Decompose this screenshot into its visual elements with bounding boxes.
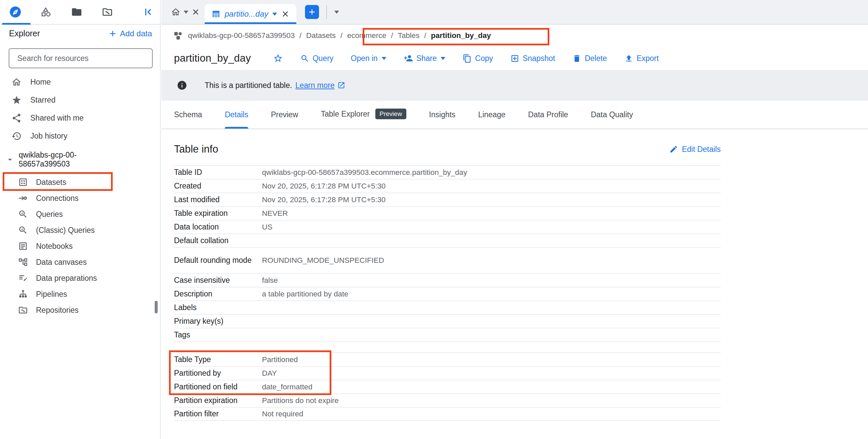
sidebar-item-label: Data preparations [36,274,97,283]
table-row: Tags [174,328,721,341]
table-row: Partitioned byDAY [174,366,721,380]
table-view-tabs: Schema Details Preview Table Explorer Pr… [161,101,868,129]
share-button[interactable]: Share [404,54,445,63]
tab-details[interactable]: Details [225,110,248,129]
chevron-down-icon[interactable] [184,11,188,14]
edit-details-button[interactable]: Edit Details [669,145,721,154]
share-icon [13,113,20,122]
sidebar-item-notebooks[interactable]: Notebooks [0,238,160,254]
query-label: Query [313,54,334,63]
row-label: Default collation [174,235,262,247]
row-value: Partitions do not expire [262,396,339,405]
sidebar-item-classic-queries[interactable]: (Classic) Queries [0,222,160,238]
breadcrumb-tables[interactable]: Tables [398,31,419,40]
sidebar-item-job-history[interactable]: Job history [0,127,160,145]
table-row: CreatedNov 20, 2025, 6:17:28 PM UTC+5:30 [174,179,721,193]
breadcrumb-datasets[interactable]: Datasets [306,31,336,40]
new-tab-button[interactable] [305,5,319,19]
tab-insights[interactable]: Insights [429,110,455,129]
row-value: Not required [262,410,303,418]
tab-lineage[interactable]: Lineage [478,110,505,129]
breadcrumb-separator: / [299,31,301,40]
snapshot-label: Snapshot [523,54,555,63]
sidebar-item-pipelines[interactable]: Pipelines [0,286,160,302]
query-button[interactable]: Query [300,54,334,63]
learn-more-link[interactable]: Learn more [295,81,335,90]
sidebar-item-label: Connections [36,194,79,203]
tab-table-explorer[interactable]: Table Explorer Preview [321,109,407,129]
sidebar-scrollbar-thumb[interactable] [155,301,158,313]
table-row: Partitioned on fielddate_formatted [174,380,721,393]
open-in-button[interactable]: Open in [351,54,386,63]
analysis-hub-icon [42,8,50,16]
person-add-icon [404,55,413,62]
repositories-icon [19,307,27,313]
main-panel: partitio...day qwiklabs-gcp-00-58657a399… [161,0,868,439]
add-data-label: Add data [120,29,152,38]
add-data-button[interactable]: Add data [108,29,152,38]
star-outline-icon [274,54,282,62]
sidebar-item-connections[interactable]: Connections [0,190,160,206]
tab-schema[interactable]: Schema [174,110,202,129]
tab-overflow-menu-button[interactable] [334,11,339,14]
tab-folders[interactable] [61,0,92,24]
table-row: Table expirationNEVER [174,206,721,220]
tab-analysis-hub[interactable] [31,0,61,24]
breadcrumb-separator: / [391,31,393,40]
tab-preview[interactable]: Preview [271,110,298,129]
delete-button[interactable]: Delete [572,54,607,63]
table-row: Partition filterNot required [174,407,721,421]
collapse-panel-button[interactable] [136,0,160,24]
sidebar-item-starred[interactable]: Starred [0,91,160,109]
row-label: Case insensitive [174,274,262,287]
sidebar-item-data-preparations[interactable]: Data preparations [0,270,160,286]
close-doc-tab-button[interactable] [281,10,290,18]
breadcrumb-ecommerce[interactable]: ecommerce [347,31,387,40]
sidebar-item-repositories[interactable]: Repositories [0,302,160,318]
copy-icon [464,54,471,63]
breadcrumb: qwiklabs-gcp-00-58657a399503 / Datasets … [161,25,868,47]
row-label: Partition expiration [174,394,262,407]
chevron-down-icon[interactable] [272,13,277,16]
row-value: DAY [262,369,277,378]
row-label: Partition filter [174,408,262,420]
sidebar-item-data-canvases[interactable]: Data canvases [0,254,160,270]
copy-button[interactable]: Copy [463,54,493,63]
edit-details-label: Edit Details [682,145,721,154]
tab-repositories[interactable] [92,0,123,24]
sidebar-item-label: Datasets [36,178,66,187]
search-input[interactable] [17,54,144,63]
table-info-heading: Table info [174,143,218,155]
close-home-tab-button[interactable] [191,8,200,16]
doc-tab-partition-by-day[interactable]: partitio...day [205,4,296,24]
folder-icon [72,8,81,16]
export-button[interactable]: Export [624,54,659,63]
sidebar-item-queries[interactable]: Queries [0,206,160,222]
data-canvas-icon [19,259,27,266]
sidebar-icon-bar [0,0,160,25]
star-button[interactable] [273,53,283,63]
active-tab-underline [2,23,31,25]
project-icon [174,32,182,40]
sidebar-item-shared-with-me[interactable]: Shared with me [0,109,160,127]
home-doc-tab[interactable] [166,0,205,24]
project-name-line2: 58657a399503 [19,160,77,169]
partitioned-table-banner: This is a partitioned table. Learn more [161,70,868,101]
sidebar-project-qwiklabs[interactable]: qwiklabs-gcp-00- 58657a399503 [0,145,160,174]
row-value: Partitioned [262,356,298,364]
queries-icon [19,210,27,218]
sidebar-item-datasets[interactable]: Datasets [0,174,160,190]
explorer-title: Explorer [9,29,40,38]
row-label: Table ID [174,166,262,179]
tab-explorer[interactable] [0,0,31,24]
doc-tab-label: partitio...day [225,9,268,19]
tab-data-quality[interactable]: Data Quality [591,110,633,129]
breadcrumb-project[interactable]: qwiklabs-gcp-00-58657a399503 [188,31,294,40]
table-row: Table IDqwiklabs-gcp-00-58657a399503.eco… [174,165,721,179]
sidebar-item-label: Data canvases [36,258,87,267]
snapshot-button[interactable]: Snapshot [510,54,555,63]
tab-data-profile[interactable]: Data Profile [528,110,568,129]
sidebar-item-label: Repositories [36,306,79,315]
sidebar-item-home[interactable]: Home [0,73,160,91]
breadcrumb-separator: / [424,31,426,40]
